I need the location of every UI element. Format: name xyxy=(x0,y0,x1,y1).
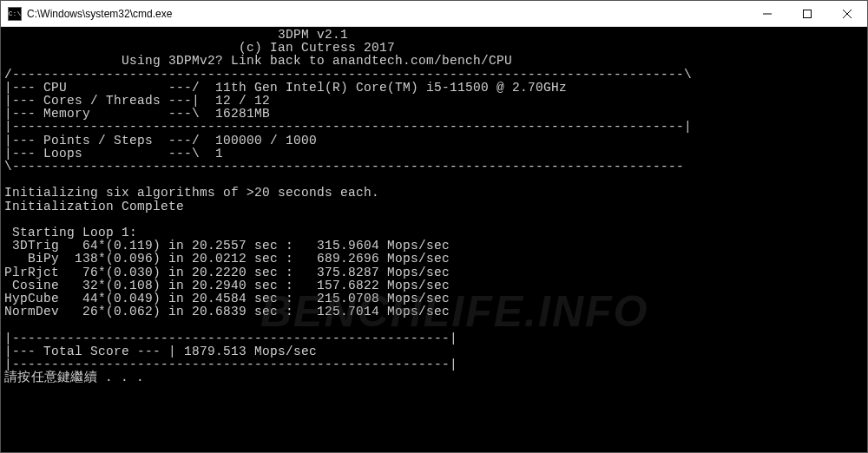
window-title: C:\Windows\system32\cmd.exe xyxy=(27,8,747,20)
close-button[interactable] xyxy=(827,1,867,27)
terminal-output: 3DPM v2.1 (c) Ian Cutress 2017 Using 3DP… xyxy=(1,27,867,386)
maximize-button[interactable] xyxy=(787,1,827,27)
cmd-icon: C:\ xyxy=(8,7,22,21)
window-titlebar: C:\ C:\Windows\system32\cmd.exe xyxy=(1,1,867,27)
svg-rect-1 xyxy=(804,10,812,17)
minimize-button[interactable] xyxy=(747,1,787,27)
window-controls xyxy=(747,1,867,27)
